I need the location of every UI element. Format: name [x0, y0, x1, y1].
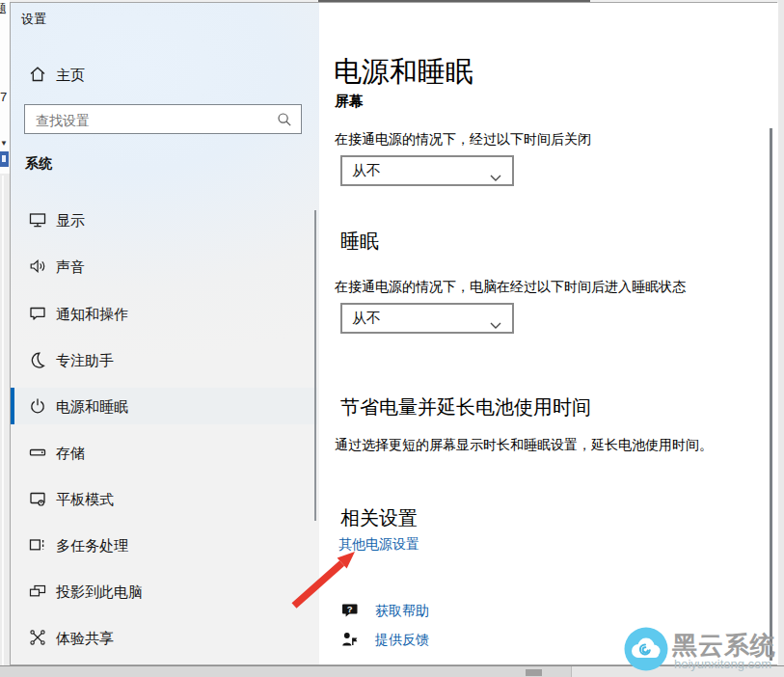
- background-right-strip: [778, 0, 784, 677]
- window-title: 设置: [21, 11, 46, 28]
- give-feedback-label: 提供反馈: [375, 632, 429, 649]
- background-scroll-thumb[interactable]: [526, 669, 542, 676]
- sidebar-item-label: 声音: [56, 258, 85, 277]
- sidebar: 设置 主页 系统 显示: [11, 3, 319, 664]
- give-feedback-link[interactable]: 提供反馈: [340, 629, 533, 652]
- sidebar-item-label: 专注助手: [56, 352, 114, 370]
- background-window-strip: 题 7 ▼: [0, 0, 10, 677]
- sidebar-item-label: 体验共享: [56, 630, 114, 648]
- storage-icon: [28, 443, 47, 466]
- search-box[interactable]: [24, 104, 302, 134]
- sidebar-item-power-sleep[interactable]: 电源和睡眠: [11, 388, 317, 424]
- sidebar-item-label: 投影到此电脑: [56, 583, 143, 602]
- page-title: 电源和睡眠: [334, 53, 473, 92]
- battery-section-description: 通过选择更短的屏幕显示时长和睡眠设置，延长电池使用时间。: [335, 437, 713, 454]
- multitasking-icon: [28, 535, 47, 558]
- shared-experiences-icon: [28, 628, 47, 651]
- sidebar-home-label: 主页: [56, 67, 85, 85]
- background-scroll-track: [572, 666, 784, 677]
- sidebar-item-projecting[interactable]: 投影到此电脑: [11, 573, 317, 609]
- content-scrollbar-thumb[interactable]: [770, 128, 772, 661]
- svg-text:?: ?: [347, 604, 353, 614]
- screen-section-description: 在接通电源的情况下，经过以下时间后关闭: [335, 131, 591, 149]
- sidebar-item-home[interactable]: 主页: [11, 57, 319, 92]
- battery-section-heading: 节省电量并延长电池使用时间: [340, 394, 591, 420]
- background-caret-fragment: ▼: [0, 137, 8, 149]
- sound-icon: [28, 257, 47, 280]
- selected-accent-bar: [11, 388, 14, 424]
- power-icon: [28, 396, 47, 420]
- dropdown-value: 从不: [352, 162, 381, 180]
- search-input[interactable]: [34, 109, 269, 131]
- sleep-section-description: 在接通电源的情况下，电脑在经过以下时间后进入睡眠状态: [335, 279, 686, 296]
- sidebar-item-storage[interactable]: 存储: [11, 434, 317, 471]
- sidebar-item-label: 电源和睡眠: [56, 398, 128, 417]
- sidebar-item-label: 平板模式: [56, 491, 114, 509]
- get-help-label: 获取帮助: [375, 603, 429, 620]
- sidebar-item-label: 多任务处理: [56, 537, 128, 555]
- sidebar-item-multitasking[interactable]: 多任务处理: [11, 527, 317, 563]
- sleep-timeout-dropdown[interactable]: 从不: [340, 303, 514, 334]
- focus-assist-icon: [28, 350, 47, 373]
- sidebar-section-system: 系统: [25, 155, 52, 173]
- background-number-fragment: 7: [0, 91, 7, 103]
- sidebar-item-shared-experiences[interactable]: 体验共享: [11, 619, 317, 656]
- sidebar-item-label: 显示: [56, 212, 85, 230]
- sidebar-item-tablet-mode[interactable]: 平板模式: [11, 480, 317, 517]
- background-horizontal-scrollbar: [0, 665, 784, 677]
- feedback-person-icon: [340, 630, 360, 653]
- home-icon: [28, 65, 47, 88]
- sidebar-scrollbar-thumb[interactable]: [314, 210, 316, 521]
- settings-window: 设置 主页 系统 显示: [10, 2, 777, 665]
- sidebar-item-label: 存储: [56, 445, 85, 463]
- chevron-down-icon: [490, 316, 501, 334]
- background-blue-cell: [0, 151, 9, 167]
- related-settings-heading: 相关设置: [340, 505, 418, 531]
- main-content: 电源和睡眠 屏幕 在接通电源的情况下，经过以下时间后关闭 从不 睡眠 在接通电源…: [319, 3, 778, 664]
- search-icon[interactable]: [276, 111, 293, 132]
- sidebar-item-sound[interactable]: 声音: [11, 248, 317, 284]
- background-divider: [2, 176, 4, 665]
- sidebar-item-label: 通知和操作: [56, 306, 128, 324]
- sleep-section-heading: 睡眠: [340, 229, 379, 255]
- screen-timeout-dropdown[interactable]: 从不: [340, 155, 514, 186]
- background-text-fragment: 题: [0, 2, 7, 14]
- dropdown-value: 从不: [352, 310, 381, 328]
- display-icon: [28, 210, 47, 233]
- screen-section-heading: 屏幕: [335, 93, 364, 111]
- notifications-icon: [28, 304, 47, 327]
- get-help-link[interactable]: ? 获取帮助: [340, 600, 533, 623]
- sidebar-item-notifications[interactable]: 通知和操作: [11, 295, 317, 332]
- tablet-mode-icon: [28, 489, 47, 512]
- sidebar-item-display[interactable]: 显示: [11, 202, 317, 238]
- screenshot-root: 题 7 ▼ 设置 主页 系统: [0, 0, 784, 677]
- help-bubble-icon: ?: [340, 601, 360, 624]
- background-scroll-divider: [571, 666, 572, 677]
- sidebar-item-focus-assist[interactable]: 专注助手: [11, 341, 317, 378]
- chevron-down-icon: [490, 169, 501, 186]
- additional-power-settings-link[interactable]: 其他电源设置: [338, 536, 419, 554]
- projecting-icon: [28, 582, 47, 605]
